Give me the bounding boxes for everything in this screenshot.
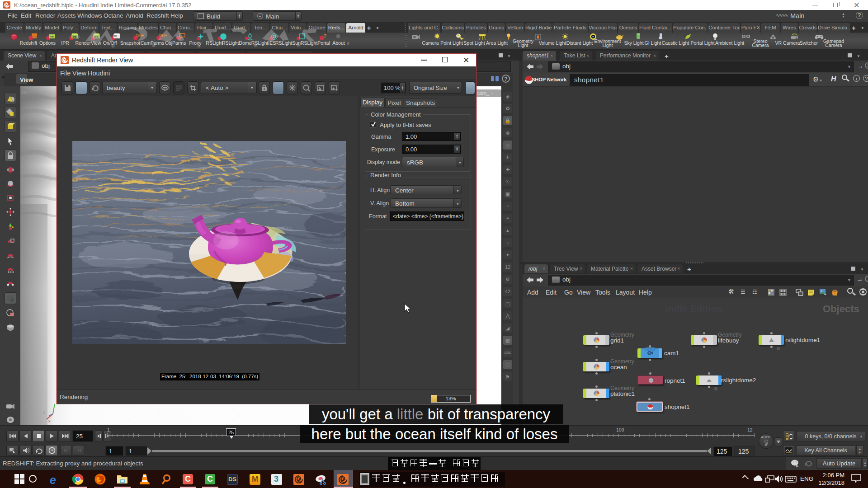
svg-text:+: + xyxy=(335,88,338,91)
svg-text:z: z xyxy=(43,410,46,415)
svg-text:+: + xyxy=(824,292,826,296)
svg-text:IPR: IPR xyxy=(50,35,55,38)
svg-text:x: x xyxy=(48,419,51,423)
